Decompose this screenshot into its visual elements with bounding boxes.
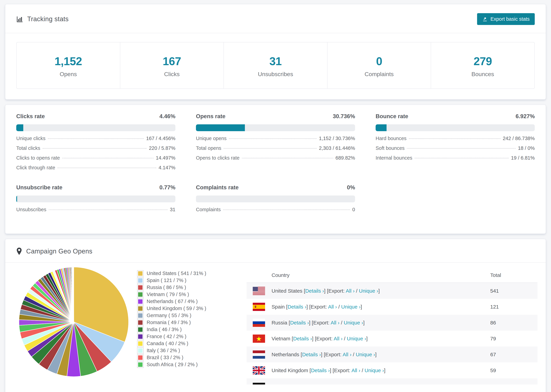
rate-block-bounce-rate: Bounce rate6.927%Hard bounces242 / 86.73… xyxy=(376,113,535,175)
rate-head: Bounce rate6.927% xyxy=(376,113,535,119)
legend-label: Vietnam ( 79 / 5% ) xyxy=(147,292,189,297)
stats-strip: 1,152Opens167Clicks31Unsubscribes0Compla… xyxy=(16,42,535,89)
export-all-link[interactable]: All › xyxy=(343,352,352,357)
total-cell: 86 xyxy=(490,320,531,326)
legend-swatch xyxy=(137,312,144,319)
country-cell: Netherlands [Details ›] [Export: All › /… xyxy=(272,352,377,357)
total-cell: 59 xyxy=(490,368,531,373)
legend-label: Russia ( 86 / 5% ) xyxy=(147,285,186,290)
geo-header: Campaign Geo Opens xyxy=(5,239,546,263)
details-link[interactable]: Details › xyxy=(290,320,309,325)
detail-row: Soft bounces18 / 0% xyxy=(376,145,535,155)
rate-title: Clicks rate xyxy=(16,113,45,119)
export-all-link[interactable]: All › xyxy=(334,336,343,341)
rate-detail-rows: Unique opens1,152 / 30.736%Total opens2,… xyxy=(196,136,355,165)
detail-value: 167 / 4.456% xyxy=(146,136,175,141)
detail-value: 19 / 6.81% xyxy=(511,155,535,161)
detail-row: Internal bounces19 / 6.81% xyxy=(376,155,535,165)
bar-chart-icon xyxy=(16,15,23,23)
rate-block-opens-rate: Opens rate30.736%Unique opens1,152 / 30.… xyxy=(196,113,355,175)
legend-label: South Africa ( 29 / 2% ) xyxy=(147,362,198,367)
details-link[interactable]: Details › xyxy=(302,352,321,357)
detail-row: Unique clicks167 / 4.456% xyxy=(16,136,175,145)
rate-head: Complaints rate0% xyxy=(196,184,355,191)
export-all-link[interactable]: All › xyxy=(328,304,337,309)
legend-item: Canada ( 40 / 2% ) xyxy=(137,340,247,347)
country-name: Vietnam xyxy=(272,336,290,341)
progress-bar-track xyxy=(196,124,355,131)
legend-label: Romania ( 49 / 3% ) xyxy=(147,320,191,325)
progress-bar-fill xyxy=(196,124,245,131)
legend-swatch xyxy=(137,319,144,326)
dotted-leader xyxy=(229,138,317,139)
dotted-leader xyxy=(242,158,333,158)
table-row-vietnam: Vietnam [Details ›] [Export: All › / Uni… xyxy=(247,331,537,347)
dotted-leader xyxy=(48,138,144,139)
detail-row: Hard bounces242 / 86.738% xyxy=(376,136,535,145)
detail-row: Unique opens1,152 / 30.736% xyxy=(196,136,355,145)
legend-swatch xyxy=(137,361,144,368)
detail-value: 2,303 / 61.446% xyxy=(319,145,355,151)
export-unique-link[interactable]: Unique › xyxy=(356,352,375,357)
legend-swatch xyxy=(137,298,144,305)
rate-block-clicks-rate: Clicks rate4.46%Unique clicks167 / 4.456… xyxy=(16,113,175,175)
details-link[interactable]: Details › xyxy=(305,288,324,294)
details-link[interactable]: Details › xyxy=(293,336,312,341)
export-unique-link[interactable]: Unique › xyxy=(341,304,360,309)
progress-bar-track xyxy=(196,196,355,202)
export-all-link[interactable]: All › xyxy=(331,320,339,325)
legend-label: Spain ( 121 / 7% ) xyxy=(147,278,186,283)
tracking-stats-card: Tracking stats Export basic stats 1,152O… xyxy=(5,4,546,99)
detail-value: 242 / 86.738% xyxy=(503,136,535,141)
rates-card: Clicks rate4.46%Unique clicks167 / 4.456… xyxy=(5,105,546,234)
export-basic-stats-button[interactable]: Export basic stats xyxy=(477,13,535,25)
detail-value: 689.82% xyxy=(336,155,355,161)
legend-item: South Africa ( 29 / 2% ) xyxy=(137,361,247,368)
detail-value: 4.147% xyxy=(159,165,175,170)
legend-label: France ( 42 / 2% ) xyxy=(147,334,186,339)
progress-bar-fill xyxy=(16,124,23,131)
legend-item: Romania ( 49 / 3% ) xyxy=(137,319,247,326)
details-link[interactable]: Details › xyxy=(288,304,306,309)
detail-label: Internal bounces xyxy=(376,155,412,161)
details-link[interactable]: Details › xyxy=(311,368,330,373)
stat-value: 167 xyxy=(120,55,224,68)
table-row-united-states: United States [Details ›] [Export: All ›… xyxy=(247,283,537,299)
detail-row: Complaints0 xyxy=(196,207,355,217)
stat-value: 31 xyxy=(224,55,327,68)
stat-value: 279 xyxy=(431,55,534,68)
legend-item: United States ( 541 / 31% ) xyxy=(137,270,247,277)
export-unique-link[interactable]: Unique › xyxy=(359,288,378,294)
geo-body: United States ( 541 / 31% )Spain ( 121 /… xyxy=(5,263,546,385)
table-row-russia: Russia [Details ›] [Export: All › / Uniq… xyxy=(247,315,537,331)
country-name: Spain xyxy=(272,304,285,309)
rates-grid: Clicks rate4.46%Unique clicks167 / 4.456… xyxy=(16,113,535,217)
ru-flag-icon xyxy=(253,319,265,327)
legend-swatch xyxy=(137,347,144,354)
export-unique-link[interactable]: Unique › xyxy=(347,336,366,341)
legend-swatch xyxy=(137,340,144,347)
export-all-link[interactable]: All › xyxy=(352,368,360,373)
stat-label: Bounces xyxy=(431,71,534,77)
detail-label: Hard bounces xyxy=(376,136,407,141)
pie-legend: United States ( 541 / 31% )Spain ( 121 /… xyxy=(137,270,247,368)
export-unique-link[interactable]: Unique › xyxy=(365,368,384,373)
legend-label: Brazil ( 33 / 2% ) xyxy=(147,355,183,360)
legend-swatch xyxy=(137,354,144,361)
rate-head: Opens rate30.736% xyxy=(196,113,355,119)
legend-label: Canada ( 40 / 2% ) xyxy=(147,341,188,346)
dotted-leader xyxy=(62,158,154,158)
progress-bar-track xyxy=(16,196,175,202)
rate-value: 0.77% xyxy=(159,184,175,191)
detail-value: 0 xyxy=(352,207,355,212)
export-unique-link[interactable]: Unique › xyxy=(344,320,363,325)
rate-title: Unsubscribe rate xyxy=(16,184,63,191)
export-all-link[interactable]: All › xyxy=(346,288,355,294)
detail-label: Opens to clicks rate xyxy=(196,155,240,161)
legend-swatch xyxy=(137,270,144,277)
column-header-total: Total xyxy=(490,272,531,278)
legend-swatch xyxy=(137,284,144,291)
legend-item: France ( 42 / 2% ) xyxy=(137,333,247,340)
page-title: Tracking stats xyxy=(27,15,69,23)
legend-item: Germany ( 55 / 3% ) xyxy=(137,312,247,319)
